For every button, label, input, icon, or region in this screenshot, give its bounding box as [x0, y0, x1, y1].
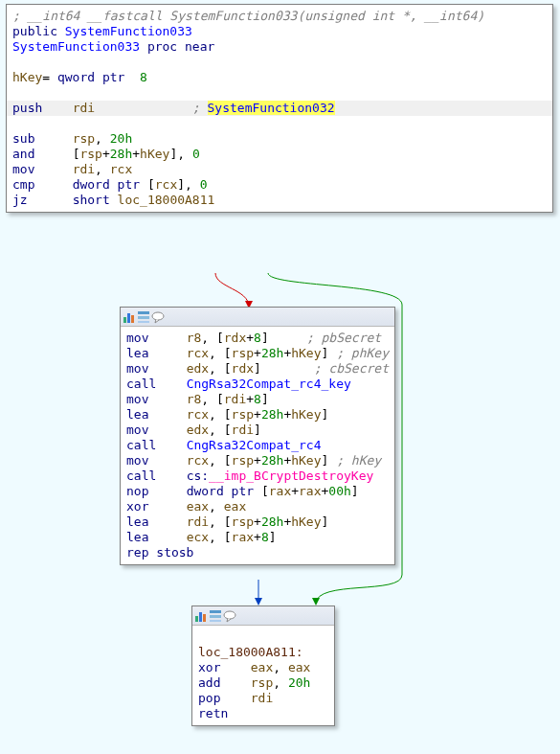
svg-rect-4 — [138, 316, 149, 319]
svg-rect-10 — [210, 610, 221, 613]
chart-icon — [194, 609, 208, 623]
disasm-block-3[interactable]: loc_18000A811: xor eax, eax add rsp, 20h… — [191, 605, 335, 726]
svg-rect-7 — [195, 616, 198, 622]
svg-rect-0 — [123, 317, 126, 323]
svg-point-6 — [152, 312, 164, 320]
bars-icon — [209, 609, 222, 623]
disasm-block-2[interactable]: mov r8, [rdx+8] ; pbSecret lea rcx, [rsp… — [120, 307, 395, 565]
bubble-icon — [151, 310, 165, 324]
svg-rect-5 — [138, 321, 149, 323]
block-header — [121, 308, 394, 327]
svg-rect-12 — [210, 620, 221, 622]
bars-icon — [137, 310, 150, 324]
svg-rect-3 — [138, 311, 149, 314]
svg-point-13 — [224, 611, 235, 619]
disasm-block-1[interactable]: ; __int64 __fastcall SystemFunction033(u… — [6, 4, 553, 213]
block-header — [192, 606, 334, 626]
svg-rect-9 — [203, 614, 206, 622]
bubble-icon — [223, 609, 236, 623]
chart-icon — [123, 310, 136, 324]
svg-rect-2 — [131, 315, 134, 323]
svg-rect-11 — [210, 615, 221, 618]
svg-rect-8 — [199, 612, 202, 622]
svg-rect-1 — [127, 313, 130, 323]
